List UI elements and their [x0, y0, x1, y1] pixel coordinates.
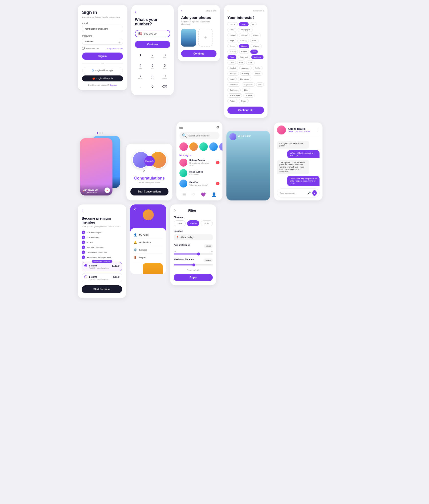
- key-8[interactable]: 8TUV: [147, 72, 158, 81]
- match-avatar-3[interactable]: [199, 142, 208, 151]
- key-3[interactable]: 3DEF: [159, 51, 170, 61]
- interest-tag-37[interactable]: Science: [243, 93, 255, 98]
- menu-item-logout[interactable]: 🚪 Log out: [134, 254, 163, 261]
- forgot-password-link[interactable]: Forgot Password?: [107, 47, 123, 50]
- remember-checkbox[interactable]: [82, 47, 85, 50]
- show-both-button[interactable]: Both: [201, 220, 213, 226]
- interest-tag-13[interactable]: Walking: [251, 44, 262, 48]
- menu-close-icon[interactable]: ✕: [133, 207, 136, 211]
- plan-6month[interactable]: Most popular · Save 35% 6 Month $120.0 P…: [82, 262, 122, 271]
- interest-tag-6[interactable]: Singing: [239, 33, 250, 37]
- reset-default-button[interactable]: Reset default: [174, 269, 213, 271]
- interest-tag-21[interactable]: Pub: [237, 61, 245, 65]
- match-avatar-5[interactable]: [219, 142, 222, 151]
- interest-tag-20[interactable]: Cafe: [227, 61, 236, 65]
- interests-continue-button[interactable]: Continue 5/5: [227, 107, 264, 114]
- interest-tag-5[interactable]: Writing: [227, 33, 238, 37]
- interest-tag-25[interactable]: Netflix: [253, 66, 263, 70]
- search-input[interactable]: [188, 134, 217, 137]
- interest-tag-12[interactable]: Movies: [239, 44, 249, 48]
- menu-item-notifications[interactable]: 🔔 Notifications: [134, 239, 163, 246]
- interest-tag-15[interactable]: Coffee: [239, 50, 249, 54]
- interest-tag-34[interactable]: Dedication: [227, 88, 241, 92]
- swipe-card-front[interactable]: Landaya, 24 📍 Quebec City ♥: [80, 138, 112, 195]
- interest-tag-26[interactable]: Amazon: [227, 71, 239, 76]
- email-input[interactable]: [82, 26, 123, 32]
- google-login-button[interactable]: G Login with Google: [82, 67, 123, 74]
- interest-tag-4[interactable]: Photography: [238, 28, 253, 32]
- eye-icon[interactable]: 👁: [118, 41, 121, 44]
- show-women-button[interactable]: Women: [187, 220, 199, 226]
- interest-tag-2[interactable]: Art: [250, 22, 257, 26]
- interest-tag-18[interactable]: Early bird: [238, 55, 250, 59]
- interest-tag-1[interactable]: Travel: [239, 22, 249, 26]
- match-avatar-2[interactable]: [189, 142, 198, 151]
- interest-tag-38[interactable]: Fiction: [227, 99, 237, 103]
- interest-tag-3[interactable]: Cook: [227, 28, 236, 32]
- back-arrow-icon[interactable]: ‹: [135, 10, 170, 14]
- key-5[interactable]: 5JKL: [147, 62, 158, 71]
- filter-close-icon[interactable]: ✕: [174, 208, 177, 212]
- key-4[interactable]: 4GHI: [135, 62, 146, 71]
- key-2[interactable]: 2ABC: [147, 51, 158, 61]
- chat-menu-icon[interactable]: ⋮: [316, 128, 320, 132]
- interest-tag-36[interactable]: Animal lover: [227, 93, 242, 98]
- menu-item-settings[interactable]: ⚙️ Settings: [134, 246, 163, 254]
- photos-continue-button[interactable]: Continue: [181, 50, 216, 57]
- interest-tag-8[interactable]: Yoga: [227, 39, 236, 43]
- interest-tag-30[interactable]: Life stories: [238, 77, 251, 81]
- nav-icon-3[interactable]: 💜: [201, 192, 206, 197]
- interest-tag-17[interactable]: Pizza: [227, 55, 236, 59]
- remember-me-label[interactable]: Remember me: [82, 47, 99, 50]
- key-1[interactable]: 1: [135, 51, 146, 61]
- message-item-2[interactable]: Mezei Ágnes Let's meet!: [179, 169, 219, 177]
- interest-tag-27[interactable]: Comedy: [240, 71, 252, 76]
- interest-tag-23[interactable]: Alcohol: [227, 66, 238, 70]
- age-slider-thumb[interactable]: [197, 252, 200, 255]
- send-button[interactable]: ➤: [312, 190, 317, 196]
- interest-tag-29[interactable]: Novel: [227, 77, 237, 81]
- interest-tag-31[interactable]: Motivation: [227, 82, 240, 87]
- key-delete[interactable]: ⌫: [159, 82, 170, 92]
- interest-tag-39[interactable]: Singer: [239, 99, 249, 103]
- photo-add-button[interactable]: +: [198, 29, 213, 47]
- message-item-3[interactable]: Illés Éva What are you doing? 1: [179, 180, 219, 188]
- start-conversations-button[interactable]: Start Conversations: [130, 188, 168, 195]
- chat-input[interactable]: [280, 192, 306, 194]
- premium-back-arrow[interactable]: ‹: [82, 209, 122, 213]
- interest-tag-10[interactable]: Gym: [250, 39, 259, 43]
- key-6[interactable]: 6MNO: [159, 62, 170, 71]
- match-avatar-4[interactable]: [209, 142, 218, 151]
- key-0[interactable]: 0: [147, 82, 158, 92]
- menu-item-profile[interactable]: 👤 My Profile: [134, 231, 163, 239]
- back-arrow-icon[interactable]: ‹: [227, 9, 228, 12]
- filter-icon[interactable]: ⚙: [216, 125, 219, 129]
- message-item-1[interactable]: Katona Beatrix Hi Manhhach, how are you?…: [179, 159, 219, 167]
- interest-tag-24[interactable]: Astrology: [239, 66, 252, 70]
- password-input[interactable]: [82, 38, 123, 45]
- back-arrow-icon[interactable]: ‹: [181, 9, 182, 12]
- nav-icon-1[interactable]: ☰: [182, 192, 186, 197]
- phone-input[interactable]: [144, 32, 174, 35]
- plan-1month[interactable]: 1 Month $35.0 Pay 35$ | cancel any time: [82, 273, 122, 282]
- key-7[interactable]: 7PQRS: [135, 72, 146, 81]
- nav-icon-2[interactable]: ♡: [192, 192, 195, 197]
- interest-tag-11[interactable]: Soccer: [227, 44, 238, 48]
- interest-tag-22[interactable]: Club: [246, 61, 254, 65]
- interest-tag-16[interactable]: Tea: [250, 50, 258, 54]
- match-avatar-1[interactable]: [179, 142, 188, 151]
- distance-slider-thumb[interactable]: [192, 263, 195, 266]
- start-premium-button[interactable]: Start Premium: [82, 285, 122, 293]
- interest-tag-33[interactable]: Self: [256, 82, 264, 87]
- interest-tag-35[interactable]: Litry: [242, 88, 250, 92]
- continue-button[interactable]: Continue: [135, 41, 170, 48]
- signin-button[interactable]: Sign in: [82, 53, 123, 60]
- interest-tag-7[interactable]: Dance: [251, 33, 261, 37]
- interest-tag-0[interactable]: Foodie: [227, 22, 238, 26]
- mic-icon[interactable]: 🎤: [307, 191, 311, 195]
- interest-tag-9[interactable]: Running: [237, 39, 249, 43]
- heart-button[interactable]: ♥: [105, 188, 110, 193]
- show-men-button[interactable]: Men: [174, 220, 186, 226]
- interest-tag-14[interactable]: Surfing: [227, 50, 238, 54]
- key-dot[interactable]: ·: [135, 82, 146, 92]
